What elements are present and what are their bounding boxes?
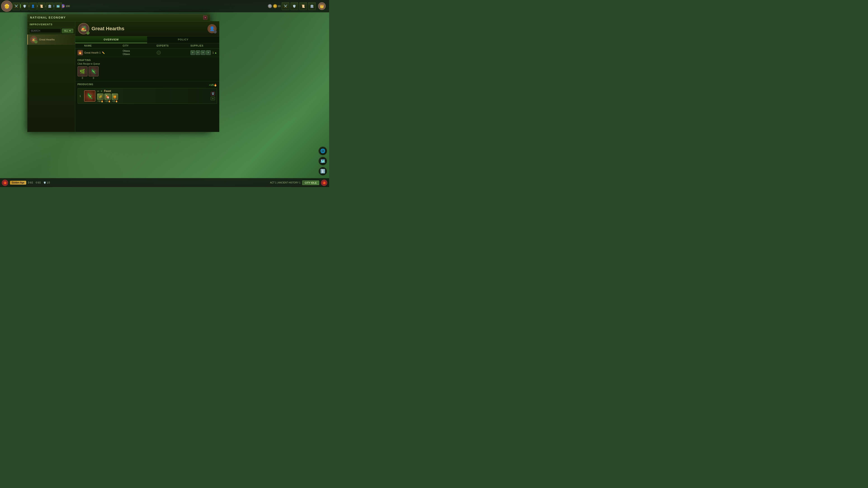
action-btn-1[interactable]: ⚔️ <box>12 2 20 10</box>
action-btn-3[interactable]: 👤 <box>29 2 37 10</box>
top-right-btn-2[interactable]: 🛡️ <box>290 2 298 10</box>
panel-icon-badge: 1 <box>86 31 90 35</box>
bottom-right: ACT 1 | ANCIENT HISTORY 1 CITY IDLE 🍁 <box>270 180 329 186</box>
top-right-btn-4[interactable]: 🏛️ <box>308 2 316 10</box>
globe-button[interactable]: 🌐 <box>318 147 327 156</box>
producing-label: PRODUCING <box>78 83 93 86</box>
right-panel: 🏕️ 1 Great Hearths 👤 0 OVERVIEW POLICY <box>75 21 219 132</box>
prod-right: 🗑️ ∞ <box>211 92 215 100</box>
crafting-items: 🌿 0 🦎 0 <box>78 66 217 79</box>
prod-infinity-button[interactable]: ∞ <box>211 97 215 100</box>
top-action-bar: ⚔️ 🛡️ 👤 📜 🏛️ 🗺️ <box>12 0 62 12</box>
bottom-stats: 0 6/2 0 0/2 🛡️ 1/3 <box>28 182 50 184</box>
bottom-left: 🍁 Golden Age 0 6/2 0 0/2 🛡️ 1/3 <box>0 180 50 186</box>
panel-right-icon: 👤 0 <box>208 24 217 33</box>
info-button[interactable]: ℹ️ <box>318 167 327 176</box>
expert-slot <box>157 51 161 55</box>
producing-header: PRODUCING +1/5🔥 <box>78 83 217 87</box>
craft-item-2[interactable]: 🦎 <box>89 66 98 76</box>
prod-num: 1 <box>80 95 82 97</box>
filter-button[interactable]: ALL ▼ <box>62 29 73 33</box>
row-experts-cell <box>157 51 191 55</box>
craft-count-1: 0 <box>82 77 83 79</box>
top-right-btn-3[interactable]: 📜 <box>299 2 307 10</box>
panel-header: 🏕️ 1 Great Hearths 👤 0 <box>75 21 219 36</box>
producing-section: PRODUCING +1/5🔥 1 🦎 ∞ ⏸ Feast <box>75 81 219 132</box>
top-right-hud: ⚔️ 🔔 10 ⚔️ 🛡️ 📜 🏛️ 👑 <box>268 2 329 10</box>
prod-item-header: ∞ ⏸ Feast <box>97 90 209 93</box>
prod-res-icon-2: 🍖 <box>104 94 111 100</box>
act-indicator: ACT 1 | ANCIENT HISTORY 1 <box>270 182 301 184</box>
action-btn-2[interactable]: 🛡️ <box>21 2 29 10</box>
bottom-hud: 🍁 Golden Age 0 6/2 0 0/2 🛡️ 1/3 ACT 1 | … <box>0 178 329 187</box>
prod-res-icon-3: 🍯 <box>112 94 118 100</box>
tab-bar: OVERVIEW POLICY <box>75 36 219 43</box>
search-input[interactable] <box>29 29 61 33</box>
improvement-name-hearths: Great Hearths <box>39 38 55 41</box>
pause-icon: ⏸ <box>100 90 103 92</box>
supply-count: 1 <box>213 51 214 54</box>
dialog-title: NATIONAL ECONOMY <box>30 16 66 19</box>
supply-btn-4[interactable]: + <box>206 51 211 55</box>
dialog-close-button[interactable]: ✕ <box>203 15 207 20</box>
map-button[interactable]: 🗺️ <box>318 157 327 166</box>
prod-details: ∞ ⏸ Feast 🌾 +50🔥 🍖 +25🔥 <box>97 90 209 102</box>
craft-item-1-col: 🌿 0 <box>78 66 88 79</box>
prod-delete-button[interactable]: 🗑️ <box>211 92 215 96</box>
leader-portrait[interactable]: 👴 <box>1 0 12 12</box>
search-bar: ALL ▼ <box>27 27 75 35</box>
producing-bonus: +1/5🔥 <box>209 84 217 87</box>
side-right-buttons: 🌐 🗺️ ℹ️ <box>318 147 327 176</box>
national-economy-dialog: NATIONAL ECONOMY ✕ IMPROVEMENTS ALL ▼ 🏕️… <box>27 14 210 132</box>
table-header: NAME CITY EXPERTS SUPPLIES <box>75 43 219 48</box>
improvement-count-badge: 1 <box>34 40 37 43</box>
craft-item-1[interactable]: 🌿 <box>78 66 88 76</box>
top-hud: 👴 ⚔️ 🛡️ 👤 📜 🏛️ 🗺️ 🌿 100 ⚙️ 100 💰 100 🔬 1… <box>0 0 329 12</box>
panel-title: Great Hearths <box>92 26 205 32</box>
row-city-cell: Ottawa Ottawa <box>123 50 157 56</box>
civ-emblem: 🍁 <box>2 180 8 186</box>
golden-age-badge: Golden Age <box>10 181 26 185</box>
supply-btn-1[interactable]: + <box>191 51 195 55</box>
player-avatar[interactable]: 👑 <box>318 2 326 10</box>
top-notification: 🔔 10 <box>273 4 281 8</box>
overview-table: NAME CITY EXPERTS SUPPLIES 🔥 Great Heart… <box>75 43 219 57</box>
improvement-list: 🏕️ 1 Great Hearths <box>27 35 75 132</box>
canada-flag-icon: 🍁 <box>321 180 327 186</box>
notification-icon: 🔔 <box>273 4 277 8</box>
row-supplies-cell: + + + + 1 ▲ <box>191 51 217 55</box>
improvement-item-great-hearths[interactable]: 🏕️ 1 Great Hearths <box>27 35 75 45</box>
top-right-btn-1[interactable]: ⚔️ <box>282 2 289 10</box>
prod-res-2: 🍖 +25🔥 <box>104 94 111 102</box>
infinity-icon: ∞ <box>97 90 99 93</box>
craft-item-2-col: 🦎 0 <box>89 66 98 79</box>
row-edit-icon[interactable]: ✏️ <box>102 52 105 54</box>
dialog-title-bar: NATIONAL ECONOMY ✕ <box>27 14 210 21</box>
prod-name: Feast <box>104 90 111 93</box>
supply-btn-3[interactable]: + <box>201 51 206 55</box>
supply-arrow: ▲ <box>215 51 217 54</box>
prod-res-val-1: +50🔥 <box>97 100 103 102</box>
prod-resources: 🌾 +50🔥 🍖 +25🔥 🍯 +25🔥 <box>97 94 209 102</box>
supply-btn-2[interactable]: + <box>196 51 200 55</box>
row-name-cell: 🔥 Great Hearth 1 ✏️ <box>78 50 123 55</box>
action-btn-6[interactable]: 🗺️ <box>54 2 62 10</box>
hud-icon-1: ⚔️ <box>268 4 272 8</box>
resource-culture: 🎭 100 <box>61 4 70 8</box>
tab-policy[interactable]: POLICY <box>147 36 219 43</box>
top-right-resource: ⚔️ <box>268 4 272 8</box>
improvement-icon-hearths: 🏕️ 1 <box>30 36 37 43</box>
prod-res-1: 🌾 +50🔥 <box>97 94 103 102</box>
prod-res-3: 🍯 +25🔥 <box>112 94 118 102</box>
prod-main-icon: 🦎 <box>84 90 95 102</box>
city-idle-badge[interactable]: CITY IDLE <box>302 181 319 185</box>
crafting-section: CRAFTING Click Recipe to Queue 🌿 0 🦎 0 <box>75 57 219 81</box>
panel-main-icon: 🏕️ 1 <box>78 23 89 34</box>
panel-right-badge: 0 <box>214 30 217 33</box>
action-btn-5[interactable]: 🏛️ <box>46 2 54 10</box>
row-icon-hearth: 🔥 <box>78 50 83 55</box>
action-btn-4[interactable]: 📜 <box>37 2 45 10</box>
dialog-body: IMPROVEMENTS ALL ▼ 🏕️ 1 Great Hearths <box>27 21 210 132</box>
tab-overview[interactable]: OVERVIEW <box>75 36 147 43</box>
left-panel: IMPROVEMENTS ALL ▼ 🏕️ 1 Great Hearths <box>27 21 75 132</box>
